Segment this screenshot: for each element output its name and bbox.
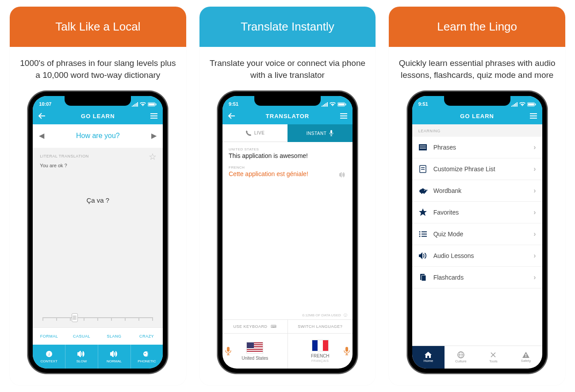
menu-icon[interactable] (340, 113, 347, 119)
tab-home[interactable]: Home (412, 346, 445, 369)
slang-tab-casual[interactable]: CASUAL (65, 328, 98, 345)
slow-button[interactable]: SLOW (65, 345, 98, 369)
card-title: Talk Like a Local (10, 7, 186, 47)
mic-icon[interactable] (225, 347, 231, 356)
menu-wordbank[interactable]: Wordbank › (412, 180, 542, 202)
promo-card-1: Talk Like a Local 1000's of phrases in f… (10, 7, 186, 385)
chevron-right-icon: › (533, 165, 536, 173)
app-navbar: TRANSLATOR (222, 108, 353, 124)
menu-icon[interactable] (530, 113, 537, 119)
home-icon (425, 352, 432, 358)
battery-icon (337, 102, 346, 107)
phonetic-icon (143, 350, 151, 358)
menu-customize[interactable]: Customize Phrase List › (412, 158, 542, 180)
lang-subname: FRANÇAIS (311, 359, 329, 362)
menu-flashcards[interactable]: Flashcards › (412, 267, 542, 288)
context-button[interactable]: i CONTEXT (33, 345, 65, 369)
slang-tab-crazy[interactable]: CRAZY (130, 328, 163, 345)
translation-body: UNITED STATES This application is awesom… (222, 142, 353, 311)
play-audio-icon[interactable] (339, 172, 345, 177)
star-icon (418, 208, 427, 216)
speed-slider[interactable] (40, 312, 156, 323)
tools-icon (490, 351, 497, 358)
menu-favorites[interactable]: Favorites › (412, 202, 542, 223)
svg-point-23 (419, 189, 426, 193)
phone-mockup: 10:07 (27, 91, 168, 374)
chevron-right-icon: › (533, 273, 536, 281)
language-selector-row: United States FRENCH FRANÇAIS (222, 333, 353, 369)
tab-tools[interactable]: Tools (477, 346, 510, 369)
menu-icon[interactable] (150, 113, 157, 119)
svg-point-6 (145, 353, 146, 354)
list-icon (418, 165, 427, 173)
back-icon[interactable] (38, 113, 45, 119)
svg-rect-40 (525, 356, 526, 357)
back-icon[interactable] (228, 113, 235, 119)
menu-phrases[interactable]: Phrases › (412, 137, 542, 158)
wifi-icon (519, 102, 525, 107)
literal-label: LITERAL TRANSLATION (40, 154, 156, 158)
card-subtitle: Quickly learn essential phrases with aud… (389, 47, 565, 91)
promo-card-3: Learn the Lingo Quickly learn essential … (389, 7, 565, 385)
svg-text:i: i (48, 351, 50, 357)
target-text: Cette application est géniale! (229, 170, 346, 177)
svg-rect-1 (149, 104, 155, 106)
slang-tab-formal[interactable]: FORMAL (33, 328, 65, 345)
section-header: LEARNING (412, 124, 542, 137)
wifi-icon (330, 102, 336, 107)
svg-rect-29 (422, 231, 427, 232)
svg-rect-24 (421, 193, 422, 194)
svg-rect-15 (535, 104, 536, 105)
piggybank-icon (418, 187, 427, 194)
svg-rect-18 (420, 147, 426, 147)
prev-phrase-icon[interactable]: ◀ (37, 131, 46, 140)
tab-culture[interactable]: Culture (445, 346, 477, 369)
favorite-icon[interactable]: ☆ (149, 151, 157, 162)
normal-button[interactable]: NORMAL (98, 345, 131, 369)
warning-icon (522, 352, 529, 358)
phone-mockup: 9:51 GO LEARN LEARNING Ph (407, 91, 548, 374)
svg-rect-14 (528, 104, 534, 106)
action-bar: i CONTEXT SLOW NORMAL (33, 345, 163, 369)
next-phrase-icon[interactable]: ▶ (150, 131, 158, 140)
tab-instant[interactable]: INSTANT (288, 124, 353, 142)
switch-language-button[interactable]: SWITCH LANGUAGE? (288, 320, 353, 333)
phonetic-button[interactable]: PHONETIC (131, 345, 163, 369)
translator-tabs: LIVE INSTANT (222, 124, 353, 142)
lang-us[interactable]: United States (222, 334, 288, 369)
svg-rect-35 (422, 275, 426, 281)
status-time: 9:51 (418, 101, 428, 107)
data-usage-label: 0.12MB OF DATA USED ⓘ (222, 311, 353, 319)
info-icon: i (45, 350, 53, 358)
chevron-right-icon: › (533, 252, 536, 260)
svg-point-26 (424, 190, 425, 191)
svg-point-30 (419, 234, 420, 235)
menu-quiz[interactable]: Quiz Mode › (412, 223, 542, 245)
app-navbar: GO LEARN (33, 108, 163, 124)
svg-rect-9 (345, 104, 346, 105)
svg-rect-2 (156, 104, 157, 105)
flashcard-icon (418, 273, 427, 281)
menu-label: Customize Phrase List (433, 165, 528, 173)
source-text: This application is awesome! (229, 152, 346, 159)
mic-icon (329, 130, 334, 136)
slang-tab-slang[interactable]: SLANG (98, 328, 130, 345)
info-icon[interactable]: ⓘ (344, 313, 347, 317)
learning-menu: Phrases › Customize Phrase List › Wordba… (412, 137, 542, 346)
svg-rect-33 (422, 236, 427, 237)
svg-rect-39 (525, 354, 526, 356)
menu-audio[interactable]: Audio Lessons › (412, 245, 542, 267)
tab-safety[interactable]: Safety (510, 346, 542, 369)
mic-icon[interactable] (344, 347, 350, 356)
svg-rect-11 (227, 347, 230, 352)
card-title: Translate Instantly (199, 7, 376, 47)
wifi-icon (140, 102, 146, 107)
chevron-right-icon: › (533, 143, 536, 151)
signal-icon (511, 102, 518, 107)
lang-fr[interactable]: FRENCH FRANÇAIS (288, 334, 353, 369)
phrases-icon (418, 144, 427, 150)
tab-live[interactable]: LIVE (222, 124, 288, 142)
card-title: Learn the Lingo (389, 7, 565, 47)
use-keyboard-button[interactable]: USE KEYBOARD ⌨ (222, 320, 288, 333)
svg-point-5 (143, 351, 149, 357)
